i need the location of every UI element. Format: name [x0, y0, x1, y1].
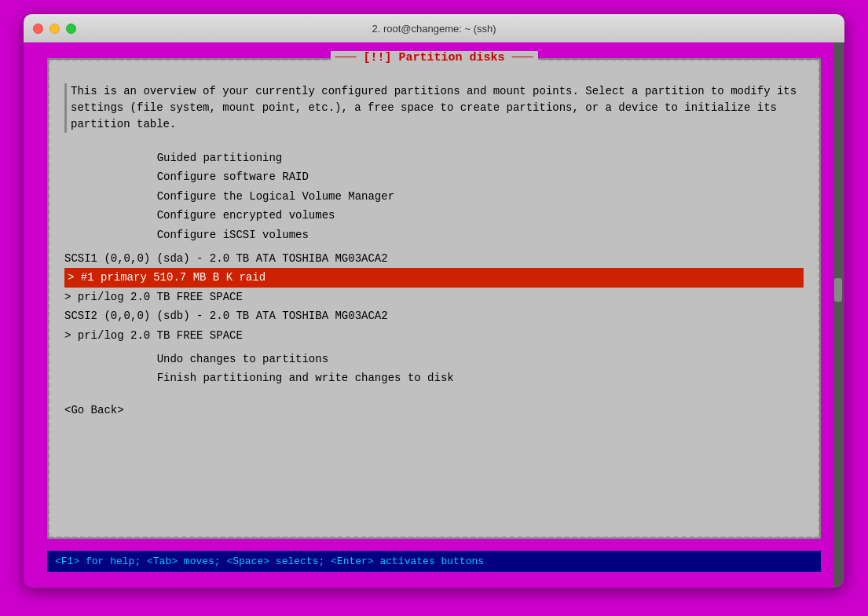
menu-item-raid[interactable]: Configure software RAID: [64, 167, 804, 186]
minimize-button[interactable]: [49, 24, 60, 34]
scrollbar-thumb[interactable]: [834, 278, 842, 302]
window-title: 2. root@changeme: ~ (ssh): [372, 23, 496, 35]
finish-action[interactable]: Finish partitioning and write changes to…: [64, 368, 804, 387]
menu-item-encrypted[interactable]: Configure encrypted volumes: [64, 206, 804, 225]
status-bar: <F1> for help; <Tab> moves; <Space> sele…: [47, 551, 821, 572]
maximize-button[interactable]: [66, 24, 76, 34]
menu-item-guided[interactable]: Guided partitioning: [64, 148, 804, 167]
go-back-button[interactable]: <Go Back>: [64, 404, 804, 416]
terminal-body: ─── [!!] Partition disks ─── This is an …: [24, 42, 844, 588]
title-bar: 2. root@changeme: ~ (ssh): [24, 14, 844, 42]
dialog-content: This is an overview of your currently co…: [49, 60, 819, 537]
sda-free-space[interactable]: > pri/log 2.0 TB FREE SPACE: [64, 288, 804, 306]
undo-action[interactable]: Undo changes to partitions: [64, 350, 804, 368]
sda1-partition[interactable]: > #1 primary 510.7 MB B K raid: [64, 268, 804, 287]
traffic-lights: [33, 24, 76, 34]
menu-item-lvm[interactable]: Configure the Logical Volume Manager: [64, 187, 804, 206]
description-text: This is an overview of your currently co…: [64, 83, 804, 133]
disk1-label: SCSI1 (0,0,0) (sda) - 2.0 TB ATA TOSHIBA…: [64, 249, 804, 268]
close-button[interactable]: [33, 24, 43, 34]
menu-item-iscsi[interactable]: Configure iSCSI volumes: [64, 226, 804, 244]
dialog-title: ─── [!!] Partition disks ───: [330, 51, 537, 64]
scrollbar[interactable]: [833, 42, 843, 588]
menu-list: Guided partitioning Configure software R…: [64, 148, 804, 416]
terminal-window: 2. root@changeme: ~ (ssh) ─── [!!] Parti…: [24, 14, 844, 588]
disk2-label: SCSI2 (0,0,0) (sdb) - 2.0 TB ATA TOSHIBA…: [64, 306, 804, 325]
partition-dialog: ─── [!!] Partition disks ─── This is an …: [47, 58, 821, 539]
sdb-free-space[interactable]: > pri/log 2.0 TB FREE SPACE: [64, 326, 804, 345]
